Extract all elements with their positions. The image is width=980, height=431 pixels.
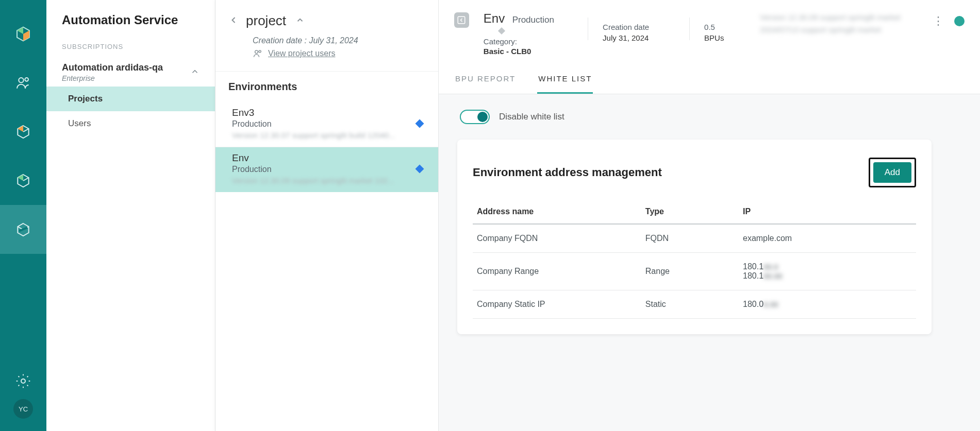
- subscription-name: Automation ardidas-qa: [62, 62, 163, 73]
- project-creation-date: Creation date : July 31, 2024: [215, 33, 438, 45]
- sidebar-item-projects[interactable]: Projects: [46, 87, 215, 111]
- sidebar-item-users[interactable]: Users: [46, 111, 215, 136]
- environment-version-blur: Version 12.30.07 support springlit build…: [232, 131, 425, 140]
- environment-type: Production: [232, 119, 425, 129]
- version-blur: Version 12.30.09 support springlit marke…: [760, 11, 923, 48]
- diamond-icon: [498, 27, 505, 35]
- collapse-panel-icon[interactable]: [454, 12, 469, 28]
- more-icon[interactable]: ⋮: [933, 14, 945, 28]
- bpu-label: BPUs: [704, 33, 745, 42]
- category-label: Category:: [484, 37, 573, 46]
- divider: [588, 18, 588, 40]
- sidebar-title: Automation Service: [46, 13, 215, 43]
- address-management-card: Environment address management Add Addre…: [457, 140, 932, 334]
- subscription-item[interactable]: Automation ardidas-qa Enterprise: [46, 58, 215, 87]
- environment-name: Env3: [232, 107, 425, 118]
- creation-date-label: Creation date: [603, 23, 675, 31]
- status-dot-icon: [954, 16, 965, 26]
- svg-point-0: [19, 78, 23, 82]
- tab-white-list[interactable]: WHITE LIST: [537, 70, 593, 94]
- back-icon[interactable]: [228, 15, 239, 27]
- rail-cube2-icon[interactable]: [0, 156, 46, 205]
- disable-whitelist-label: Disable white list: [499, 112, 564, 122]
- tabs: BPU REPORT WHITE LIST: [454, 70, 965, 94]
- creation-date-value: July 31, 2024: [603, 33, 675, 42]
- environment-item[interactable]: Env Production Version 12.30.09 support …: [215, 147, 438, 192]
- table-row[interactable]: Company Static IP Static 180.0x.xx: [473, 290, 916, 319]
- add-button[interactable]: Add: [873, 162, 911, 183]
- subscriptions-label: SUBSCRIPTIONS: [46, 43, 215, 58]
- col-address-name: Address name: [473, 202, 641, 224]
- divider: [689, 18, 690, 40]
- rail-users-icon[interactable]: [0, 58, 46, 107]
- environment-name: Env: [232, 152, 425, 164]
- svg-rect-6: [458, 16, 466, 24]
- chevron-up-icon[interactable]: [295, 15, 305, 27]
- table-row[interactable]: Company FQDN FQDN example.com: [473, 224, 916, 253]
- project-panel: project Creation date : July 31, 2024 Vi…: [215, 0, 439, 431]
- environment-version-blur: Version 12.30.09 support springlit marke…: [232, 176, 425, 185]
- environment-item[interactable]: Env3 Production Version 12.30.07 support…: [215, 102, 438, 147]
- svg-point-3: [21, 379, 25, 383]
- svg-point-1: [25, 78, 28, 81]
- category-value: Basic - CLB0: [484, 47, 545, 56]
- icon-rail: YC: [0, 0, 46, 431]
- view-project-users-link[interactable]: View project users: [215, 45, 438, 71]
- rail-settings-icon[interactable]: [0, 363, 46, 399]
- rail-cube1-icon[interactable]: [0, 107, 46, 156]
- chevron-up-icon: [190, 67, 200, 78]
- env-name: Env: [484, 11, 505, 26]
- bpu-value: 0.5: [704, 23, 745, 31]
- table-row[interactable]: Company Range Range 180.1xx.x 180.1xx.xx: [473, 253, 916, 290]
- add-button-highlight: Add: [869, 158, 916, 187]
- card-title: Environment address management: [473, 166, 662, 179]
- env-type: Production: [512, 15, 554, 25]
- project-title: project: [246, 13, 286, 29]
- col-type: Type: [641, 202, 739, 224]
- svg-point-5: [259, 50, 261, 53]
- environments-heading: Environments: [215, 71, 438, 102]
- col-ip: IP: [739, 202, 916, 224]
- subscription-tier: Enterprise: [62, 74, 163, 82]
- disable-whitelist-toggle[interactable]: [460, 110, 490, 124]
- environment-type: Production: [232, 165, 425, 174]
- rail-cube3-icon[interactable]: [0, 205, 46, 254]
- main-content: Env Production Category: Basic - CLB0 Cr…: [439, 0, 980, 431]
- svg-point-4: [255, 50, 258, 54]
- tab-bpu-report[interactable]: BPU REPORT: [454, 70, 517, 94]
- rail-logo-icon[interactable]: [0, 9, 46, 58]
- sidebar: Automation Service SUBSCRIPTIONS Automat…: [46, 0, 215, 431]
- address-table: Address name Type IP Company FQDN FQDN e…: [473, 202, 916, 319]
- rail-avatar[interactable]: YC: [13, 399, 33, 419]
